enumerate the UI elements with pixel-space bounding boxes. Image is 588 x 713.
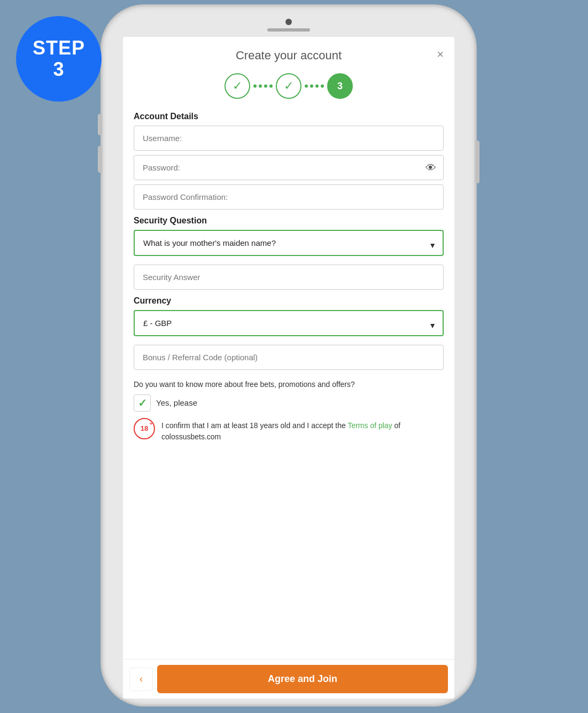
security-answer-input[interactable] (134, 265, 444, 290)
step-dot (321, 84, 324, 88)
step-badge-text: STEP3 (33, 37, 85, 80)
currency-wrapper: £ - GBP ▼ (134, 310, 444, 340)
phone-speaker (267, 28, 310, 32)
currency-select[interactable]: £ - GBP (134, 310, 444, 336)
phone-top (103, 7, 474, 32)
security-question-wrapper: What is your mother's maiden name? ▼ (134, 230, 444, 260)
phone-camera (285, 19, 292, 25)
age-plus-sign: + (150, 421, 152, 427)
phone-screen: Create your account × ✓ ✓ 3 (123, 37, 454, 699)
phone-button-vol-down (98, 146, 102, 173)
terms-of-play-link[interactable]: Terms of play (347, 421, 392, 430)
step-dot (264, 84, 267, 88)
password-input[interactable] (134, 155, 444, 180)
step-dot (259, 84, 262, 88)
phone-button-vol-up (98, 114, 102, 135)
step-dot (310, 84, 313, 88)
step-1-circle: ✓ (225, 73, 250, 99)
phone-side-button-right (475, 141, 479, 183)
password-wrapper: 👁 (134, 155, 444, 180)
step-3-circle: 3 (327, 73, 353, 99)
phone-power-button (475, 141, 479, 183)
close-button[interactable]: × (437, 49, 444, 60)
agree-and-join-button[interactable]: Agree and Join (157, 665, 448, 693)
step-2-circle: ✓ (276, 73, 301, 99)
phone-side-buttons-left (98, 114, 102, 173)
age-badge: 18 + (134, 418, 155, 439)
step-dot (305, 84, 308, 88)
step-dots-2 (305, 84, 324, 88)
referral-code-input[interactable] (134, 345, 444, 370)
step-dots-1 (253, 84, 273, 88)
age-confirmation-row: 18 + I confirm that I am at least 18 yea… (134, 418, 444, 443)
checkmark-icon: ✓ (138, 397, 147, 409)
security-question-label: Security Question (134, 216, 444, 226)
promo-checkbox-row: ✓ Yes, please (134, 394, 444, 412)
back-button[interactable]: ‹ (129, 668, 153, 691)
password-toggle-icon[interactable]: 👁 (425, 161, 436, 174)
step-badge: STEP3 (16, 16, 102, 102)
form-container: Account Details 👁 Security Question What… (123, 110, 454, 659)
account-details-label: Account Details (134, 112, 444, 121)
promo-checkbox[interactable]: ✓ (134, 394, 151, 412)
age-confirm-text: I confirm that I am at least 18 years ol… (161, 418, 444, 443)
promo-text: Do you want to know more about free bets… (134, 379, 444, 390)
step-dot (315, 84, 319, 88)
back-arrow-icon: ‹ (140, 673, 143, 685)
bottom-bar: ‹ Agree and Join (123, 659, 454, 699)
security-question-select[interactable]: What is your mother's maiden name? (134, 230, 444, 256)
currency-label: Currency (134, 296, 444, 306)
modal-header: Create your account × (123, 37, 454, 68)
steps-indicator: ✓ ✓ 3 (123, 68, 454, 110)
step-dot (269, 84, 273, 88)
password-confirm-input[interactable] (134, 184, 444, 210)
modal-title: Create your account (236, 49, 342, 63)
step-dot (253, 84, 257, 88)
phone-frame: Create your account × ✓ ✓ 3 (102, 5, 476, 706)
username-input[interactable] (134, 126, 444, 151)
yes-please-label: Yes, please (156, 398, 197, 407)
